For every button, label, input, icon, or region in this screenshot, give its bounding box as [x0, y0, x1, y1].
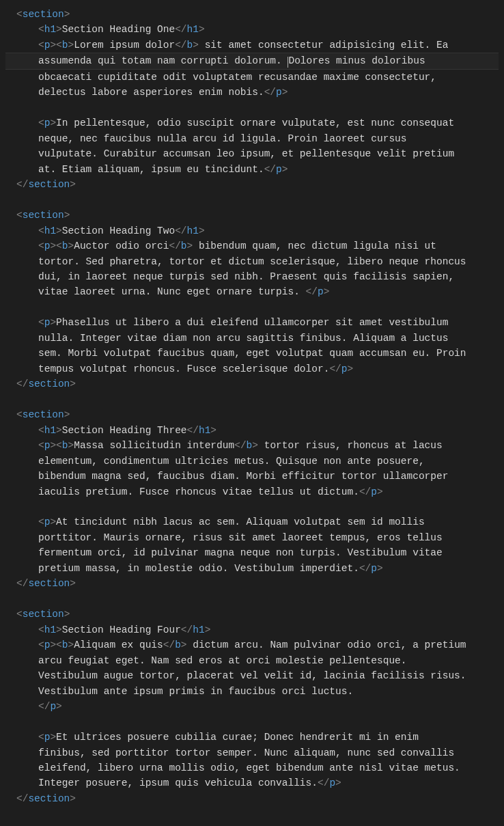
- tag-h1[interactable]: <h1>Section Heading Four</h1>: [5, 622, 499, 637]
- code-line[interactable]: <p><b>Massa sollicitudin interdum</b> to…: [5, 438, 499, 453]
- code-line[interactable]: obcaecati cupiditate odit voluptatem rec…: [5, 70, 499, 85]
- blank-line[interactable]: [5, 715, 499, 730]
- code-line[interactable]: <p>At tincidunt nibh lacus ac sem. Aliqu…: [5, 514, 499, 529]
- tag-section-close[interactable]: </section>: [5, 376, 499, 391]
- text-cursor: [288, 57, 288, 68]
- code-line[interactable]: dui, in laoreet neque turpis sed nibh. P…: [5, 269, 499, 284]
- code-line[interactable]: tortor. Sed pharetra, tortor et dictum s…: [5, 254, 499, 269]
- code-line[interactable]: iaculis pretium. Fusce rhoncus vitae tel…: [5, 484, 499, 499]
- code-line[interactable]: porttitor. Mauris ornare, risus sit amet…: [5, 530, 499, 545]
- tag-section-close[interactable]: </section>: [5, 791, 499, 806]
- tag-h1[interactable]: <h1>Section Heading Two</h1>: [5, 223, 499, 238]
- code-line[interactable]: at. Etiam aliquam, ipsum eu tincidunt.</…: [5, 162, 499, 177]
- code-line[interactable]: Vestibulum augue tortor, placerat vel ve…: [5, 668, 499, 683]
- code-line[interactable]: tempus volutpat rhoncus. Fusce scelerisq…: [5, 361, 499, 376]
- code-line[interactable]: assumenda qui totam nam corrupti dolorum…: [5, 53, 499, 69]
- code-line[interactable]: elementum, condimentum ultricies metus. …: [5, 454, 499, 469]
- code-line[interactable]: <p>Et ultrices posuere cubilia curae; Do…: [5, 730, 499, 745]
- code-line[interactable]: arcu feugiat eget. Nam sed eros at orci …: [5, 653, 499, 668]
- code-line[interactable]: fermentum orci, id pulvinar magna neque …: [5, 545, 499, 560]
- code-line[interactable]: <p><b>Aliquam ex quis</b> dictum arcu. N…: [5, 637, 499, 652]
- heading-text[interactable]: Section Heading One: [62, 24, 175, 35]
- tag-p-close[interactable]: </p>: [5, 699, 499, 714]
- code-line[interactable]: delectus labore asperiores enim nobis.</…: [5, 85, 499, 100]
- tag-section-open[interactable]: <section>: [5, 407, 499, 422]
- blank-line[interactable]: [5, 100, 499, 115]
- blank-line[interactable]: [5, 300, 499, 315]
- code-line[interactable]: <p>In pellentesque, odio suscipit ornare…: [5, 115, 499, 130]
- tag-section-open[interactable]: <section>: [5, 7, 499, 22]
- code-line[interactable]: <p><b>Auctor odio orci</b> bibendum quam…: [5, 238, 499, 253]
- code-line[interactable]: <p><b>Lorem ipsum dolor</b> sit amet con…: [5, 38, 499, 53]
- tag-section-open[interactable]: <section>: [5, 208, 499, 223]
- code-line[interactable]: eleifend, libero urna mollis odio, eget …: [5, 760, 499, 775]
- blank-line[interactable]: [5, 392, 499, 407]
- code-line[interactable]: finibus, sed porttitor tortor semper. Nu…: [5, 745, 499, 760]
- code-line[interactable]: Vestibulum ante ipsum primis in faucibus…: [5, 684, 499, 699]
- code-line[interactable]: pretium massa, in molestie odio. Vestibu…: [5, 561, 499, 576]
- tag-section-close[interactable]: </section>: [5, 576, 499, 591]
- code-line[interactable]: sem. Morbi volutpat faucibus quam, eget …: [5, 346, 499, 361]
- heading-text[interactable]: Section Heading Two: [62, 225, 175, 236]
- code-line[interactable]: <p>Phasellus ut libero a dui eleifend ul…: [5, 315, 499, 330]
- code-line[interactable]: neque, nec faucibus nulla arcu id ligula…: [5, 131, 499, 146]
- blank-line[interactable]: [5, 193, 499, 208]
- heading-text[interactable]: Section Heading Three: [62, 425, 187, 436]
- code-line[interactable]: vitae laoreet urna. Nunc eget ornare tur…: [5, 284, 499, 299]
- code-line[interactable]: vulputate. Curabitur accumsan leo ipsum,…: [5, 146, 499, 161]
- tag-h1[interactable]: <h1>Section Heading Three</h1>: [5, 423, 499, 438]
- tag-section-close[interactable]: </section>: [5, 177, 499, 192]
- blank-line[interactable]: [5, 592, 499, 607]
- code-line[interactable]: Integer posuere, ipsum quis vehicula con…: [5, 775, 499, 790]
- tag-h1[interactable]: <h1>Section Heading One</h1>: [5, 22, 499, 37]
- code-line[interactable]: nulla. Integer vitae diam non arcu sagit…: [5, 331, 499, 346]
- code-editor[interactable]: <section><h1>Section Heading One</h1><p>…: [0, 0, 504, 817]
- heading-text[interactable]: Section Heading Four: [62, 624, 181, 635]
- blank-line[interactable]: [5, 499, 499, 514]
- code-line[interactable]: bibendum magna sed, faucibus diam. Morbi…: [5, 469, 499, 484]
- tag-section-open[interactable]: <section>: [5, 607, 499, 622]
